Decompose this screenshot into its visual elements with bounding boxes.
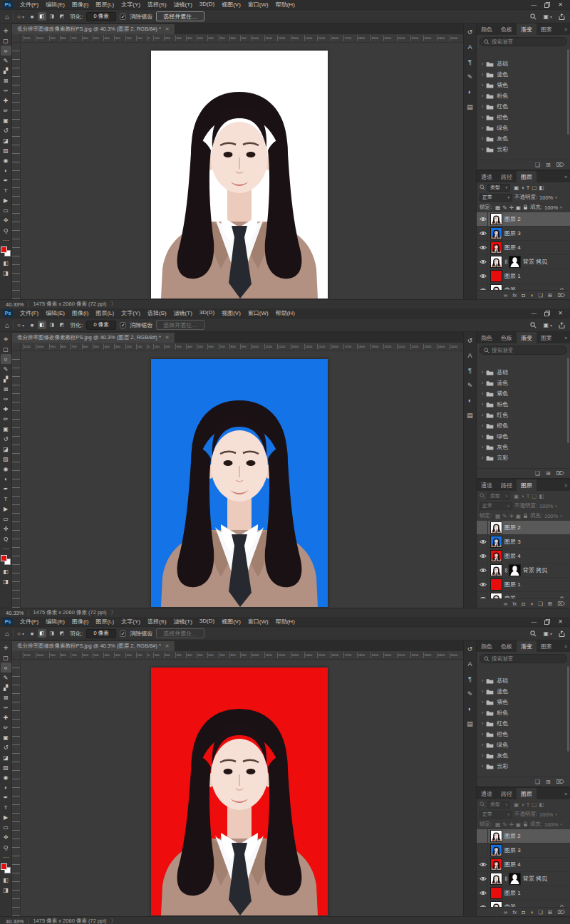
rectangle-tool[interactable]: ▭	[1, 822, 11, 832]
lock-artboard-icon[interactable]: ▣	[516, 204, 521, 211]
feather-input[interactable]: 0 像素	[86, 12, 116, 21]
solid-color-thumbnail[interactable]	[491, 579, 502, 590]
restore-icon[interactable]	[544, 619, 550, 625]
menu-item[interactable]: 3D(D)	[196, 618, 218, 625]
layer-name[interactable]: 图层 2	[504, 215, 521, 223]
move-tool[interactable]: ✛	[1, 26, 11, 36]
layer-thumbnail[interactable]	[491, 565, 502, 576]
antialias-checkbox[interactable]: ✓	[120, 14, 126, 20]
layer-mask-thumbnail[interactable]	[509, 256, 520, 267]
chevron-right-icon[interactable]: ›	[482, 61, 483, 66]
chevron-right-icon[interactable]: ›	[482, 115, 483, 120]
menu-item[interactable]: 文字(Y)	[118, 618, 144, 625]
panel-libraries-icon[interactable]: ◐	[465, 87, 475, 96]
menu-item[interactable]: 图层(L)	[92, 618, 118, 625]
new-gradient-icon[interactable]: ⊞	[546, 779, 551, 785]
add-mask-icon[interactable]: ◘	[522, 601, 525, 607]
layer-filter-type-select[interactable]: 类型 ▾	[487, 492, 510, 500]
panel-history-icon[interactable]: ↺	[465, 27, 475, 36]
add-mask-icon[interactable]: ◘	[522, 292, 525, 299]
gradient-folder-row[interactable]: › 绿色	[477, 431, 570, 442]
hand-tool[interactable]: ✜	[1, 832, 11, 842]
blur-tool[interactable]: ◉	[1, 464, 11, 474]
layer-thumbnail[interactable]	[491, 859, 502, 870]
link-layers-icon[interactable]: ∞	[504, 601, 507, 607]
opacity-value[interactable]: 100%	[539, 194, 553, 201]
quick-mask-mode-button[interactable]: ◧	[1, 875, 11, 885]
blur-tool[interactable]: ◉	[1, 772, 11, 782]
gradient-folder-row[interactable]: › 绿色	[477, 739, 570, 750]
solid-color-thumbnail[interactable]	[491, 888, 502, 898]
layer-row[interactable]: 图层 2	[477, 829, 570, 843]
delete-layer-icon[interactable]: ⌦	[557, 909, 565, 915]
rectangle-tool[interactable]: ▭	[1, 205, 11, 215]
new-layer-icon[interactable]: ⊞	[548, 909, 552, 915]
feather-input[interactable]: 0 像素	[86, 321, 116, 330]
share-icon[interactable]	[559, 630, 565, 637]
brush-tool[interactable]: ✏	[1, 414, 11, 424]
visibility-toggle[interactable]	[479, 549, 488, 563]
layer-thumbnail[interactable]	[491, 845, 502, 856]
new-selection-icon[interactable]: ■	[28, 321, 36, 329]
eraser-tool[interactable]: ◪	[1, 135, 11, 145]
layer-row[interactable]: 图层 4	[477, 549, 570, 564]
status-chevron-icon[interactable]: 〉	[110, 301, 116, 308]
gradient-folder-row[interactable]: › 红色	[477, 718, 570, 729]
panel-tab[interactable]: 渐变	[517, 24, 537, 35]
layer-row[interactable]: 图层 2	[477, 521, 570, 535]
panel-paragraph-icon[interactable]: ¶	[465, 57, 475, 66]
menu-item[interactable]: 图像(I)	[68, 309, 93, 317]
panel-learn-icon[interactable]: ✎	[465, 380, 475, 390]
gradient-folder-row[interactable]: › 灰色	[477, 442, 570, 452]
layer-row[interactable]: 背景	[477, 592, 570, 598]
new-group-icon[interactable]: ❏	[535, 779, 540, 785]
layer-thumbnail[interactable]	[491, 902, 502, 907]
layer-thumbnail[interactable]	[491, 873, 502, 884]
gradient-folder-row[interactable]: › 红色	[477, 101, 570, 112]
menu-item[interactable]: 3D(D)	[196, 1, 218, 9]
scrollbar[interactable]	[567, 666, 569, 752]
gradient-tool[interactable]: ▨	[1, 145, 11, 155]
panel-menu-icon[interactable]: ≡	[564, 788, 570, 799]
foreground-color-swatch[interactable]	[1, 555, 7, 561]
adjustment-layer-icon[interactable]: ◑	[530, 909, 534, 915]
menu-item[interactable]: 图像(I)	[68, 1, 93, 9]
blur-tool[interactable]: ◉	[1, 155, 11, 165]
layer-name[interactable]: 背景 拷贝	[523, 875, 547, 883]
chevron-right-icon[interactable]: ›	[482, 445, 483, 450]
panel-tab[interactable]: 图层	[517, 788, 537, 799]
chevron-right-icon[interactable]: ›	[482, 370, 483, 375]
frame-tool[interactable]: ⊠	[1, 692, 11, 702]
rectangle-tool[interactable]: ▭	[1, 514, 11, 524]
chevron-right-icon[interactable]: ›	[482, 434, 483, 439]
visibility-toggle[interactable]	[479, 255, 488, 269]
new-gradient-icon[interactable]: ⊞	[546, 162, 551, 168]
gradient-folder-row[interactable]: › 粉色	[477, 90, 570, 101]
document-tab[interactable]: 低分辨率图修改像素教程PS.jpg @ 40.3% (图层 2, RGB/8#)…	[12, 333, 175, 343]
chevron-right-icon[interactable]: ›	[482, 412, 483, 417]
panel-paragraph-icon[interactable]: ¶	[465, 674, 475, 683]
delete-layer-icon[interactable]: ⌦	[557, 292, 565, 299]
delete-icon[interactable]: ⌦	[556, 162, 564, 168]
document-tab[interactable]: 低分辨率图修改像素教程PS.jpg @ 40.3% (图层 2, RGB/8#)…	[12, 641, 175, 651]
lock-artboard-icon[interactable]: ▣	[516, 821, 521, 828]
visibility-toggle[interactable]	[479, 227, 488, 240]
panel-tab[interactable]: 图案	[537, 332, 556, 343]
filter-type-icon[interactable]: T	[527, 185, 530, 191]
antialias-checkbox[interactable]: ✓	[120, 630, 126, 637]
visibility-toggle[interactable]	[479, 521, 488, 534]
filter-smart-icon[interactable]: ◧	[539, 493, 544, 499]
intersect-selection-icon[interactable]: ◩	[58, 629, 66, 638]
opacity-value[interactable]: 100%	[539, 811, 553, 818]
panel-tab[interactable]: 图层	[517, 479, 537, 491]
gradient-folder-row[interactable]: › 紫色	[477, 80, 570, 90]
document-tab[interactable]: 低分辨率图修改像素教程PS.jpg @ 40.3% (图层 2, RGB/8#)…	[12, 24, 175, 34]
tab-close-icon[interactable]: ✕	[165, 335, 170, 341]
active-tool-badge[interactable]: ○ ▾	[17, 630, 24, 637]
panel-character-icon[interactable]: A	[465, 659, 475, 668]
minimize-icon[interactable]: —	[531, 2, 537, 8]
chevron-right-icon[interactable]: ›	[482, 136, 483, 141]
lasso-tool[interactable]: ○	[1, 354, 11, 364]
menu-item[interactable]: 视图(V)	[218, 618, 244, 625]
tab-close-icon[interactable]: ✕	[165, 26, 170, 32]
